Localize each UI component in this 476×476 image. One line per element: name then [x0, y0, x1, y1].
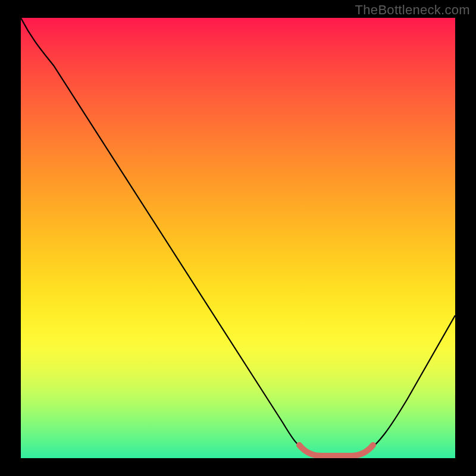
bottom-tolerance-path: [299, 445, 373, 456]
chart-frame: TheBottleneck.com: [0, 0, 476, 476]
bottleneck-curve-path: [21, 18, 455, 456]
curve-svg: [21, 18, 455, 458]
watermark-text: TheBottleneck.com: [355, 2, 470, 18]
